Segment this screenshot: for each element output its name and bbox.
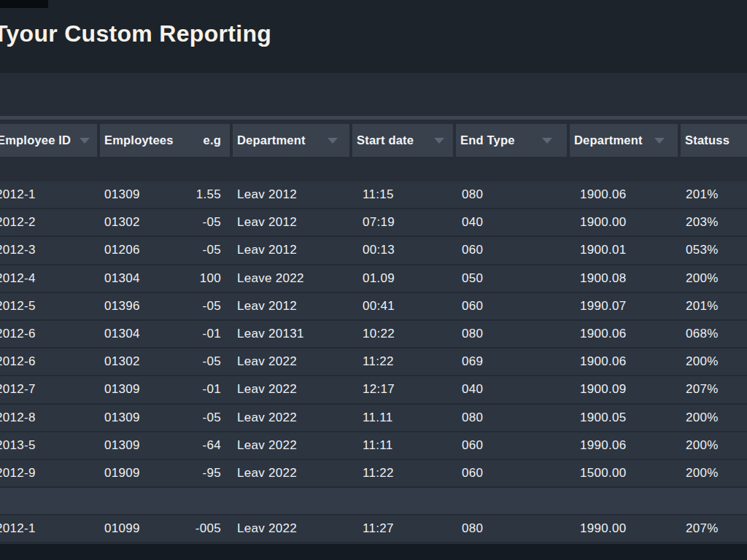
cell-eg: -05 <box>203 349 221 375</box>
cell-eg: -95 <box>203 460 221 486</box>
cell-end-type: 060 <box>462 237 483 263</box>
table-row[interactable]: 2013-501309-64Leav 202211:110601990.0620… <box>0 432 747 460</box>
column-header-employee-id[interactable]: Employee ID <box>0 124 97 157</box>
cell-start-date: 00:41 <box>363 293 395 319</box>
cell-start-date: 11:11 <box>363 432 393 459</box>
cell-start-date: 01.09 <box>363 265 395 292</box>
column-label: End Type <box>456 133 515 147</box>
cell-department: Leav 2022 <box>237 516 297 542</box>
cell-start-date: 11:27 <box>363 516 394 542</box>
table-header: Employee ID Employtees e.g Department St… <box>0 124 747 157</box>
column-header-start-date[interactable]: Start date <box>352 124 453 157</box>
cell-employees: 01909 <box>104 460 140 486</box>
cell-eg: -05 <box>203 405 221 431</box>
cell-employee-id: 2012-4 <box>0 265 36 292</box>
cell-status: 068% <box>686 321 719 347</box>
table-row[interactable]: 2012-201302-05Leav 201207:190401900.0020… <box>0 209 747 237</box>
cell-department-2: 1900.05 <box>580 405 627 431</box>
cell-end-type: 080 <box>462 516 483 542</box>
page-title: Tyour Custom Reporting <box>0 20 271 47</box>
column-header-department[interactable]: Department <box>233 124 349 157</box>
column-header-end-type[interactable]: End Type <box>456 124 567 157</box>
report-table: Employee ID Employtees e.g Department St… <box>0 120 747 560</box>
cell-end-type: 040 <box>462 209 483 236</box>
cell-end-type: 069 <box>462 349 483 375</box>
cell-department-2: 1990.00 <box>580 516 627 542</box>
cell-end-type: 080 <box>462 182 483 208</box>
cell-status: 053% <box>686 237 719 263</box>
table-row-empty[interactable] <box>0 488 747 516</box>
cell-department: Leav 2022 <box>237 349 297 375</box>
column-header-department-2[interactable]: Department <box>570 124 678 157</box>
table-row[interactable]: 2012-401304100Leave 202201.090501900.082… <box>0 265 747 293</box>
table-row[interactable]: 2012-101099-005Leav 202211:270801990.002… <box>0 516 747 543</box>
cell-status: 207% <box>686 516 719 542</box>
cell-start-date: 07:19 <box>363 209 395 236</box>
cell-department-2: 1900.06 <box>580 182 627 208</box>
bottom-band <box>0 544 747 560</box>
sort-chevron-icon <box>80 138 90 144</box>
table-row[interactable]: 2012-501396-05Leav 201200:410601990.0720… <box>0 293 747 321</box>
table-row[interactable]: 2012-1013091.55Leav 201211:150801900.062… <box>0 182 747 209</box>
cell-employee-id: 2012-5 <box>0 293 36 319</box>
cell-department: Leav 2012 <box>237 209 297 236</box>
cell-department: Leav 2022 <box>237 376 297 402</box>
cell-employees: 01309 <box>104 432 140 459</box>
cell-department: Leave 2022 <box>237 265 304 292</box>
cell-department-2: 1900.01 <box>580 237 627 263</box>
cell-department: Leav 20131 <box>237 321 304 347</box>
cell-employee-id: 2012-6 <box>0 321 36 347</box>
table-row[interactable]: 2012-601304-01Leav 2013110:220801900.060… <box>0 321 747 349</box>
cell-employees: 01304 <box>104 321 140 347</box>
cell-end-type: 060 <box>462 432 483 459</box>
cell-status: 200% <box>686 265 719 292</box>
cell-end-type: 040 <box>462 376 483 402</box>
column-label: Statuss <box>681 133 729 147</box>
cell-employee-id: 2013-5 <box>0 432 36 459</box>
app: Tyour Custom Reporting Date Range Table … <box>0 0 747 560</box>
column-label: Start date <box>352 133 414 147</box>
column-header-employees[interactable]: Employtees e.g <box>100 124 230 157</box>
column-sublabel: e.g <box>204 133 230 147</box>
table-row[interactable]: 2012-901909-95Leav 202211:220601500.0020… <box>0 460 747 488</box>
table-row[interactable]: 2012-301206-05Leav 201200:130601900.0105… <box>0 237 747 265</box>
table-row[interactable]: 2012-801309-05Leav 202211.110801900.0520… <box>0 405 747 432</box>
cell-department-2: 1900.06 <box>580 321 627 347</box>
cell-end-type: 060 <box>462 293 483 319</box>
cell-department: Leav 2022 <box>237 460 297 486</box>
column-header-status[interactable]: Statuss <box>681 124 747 157</box>
cell-status: 200% <box>686 349 719 375</box>
cell-eg: -05 <box>203 237 221 263</box>
cell-department: Leav 2022 <box>237 432 297 459</box>
cell-employee-id: 2012-1 <box>0 182 36 208</box>
cell-eg: -05 <box>203 209 221 236</box>
cell-employee-id: 2012-6 <box>0 349 36 375</box>
cell-status: 200% <box>686 405 719 431</box>
cell-eg: 100 <box>200 265 221 292</box>
cell-department-2: 1900.06 <box>580 349 627 375</box>
column-label: Employtees <box>100 133 174 147</box>
cell-department: Leav 2022 <box>237 405 297 431</box>
cell-start-date: 11:22 <box>363 349 394 375</box>
cell-status: 201% <box>686 182 719 208</box>
cell-status: 200% <box>686 460 719 486</box>
cell-end-type: 080 <box>462 321 483 347</box>
sort-chevron-icon <box>542 138 552 144</box>
cell-department: Leav 2012 <box>237 293 297 319</box>
cell-employee-id: 2012-1 <box>0 516 36 542</box>
cell-employee-id: 2012-9 <box>0 460 36 486</box>
column-label: Employee ID <box>0 133 71 147</box>
cell-end-type: 050 <box>462 265 483 292</box>
column-label: Department <box>570 133 643 147</box>
cell-eg: -05 <box>203 293 221 319</box>
cell-employees: 01302 <box>104 349 140 375</box>
cell-status: 201% <box>686 293 719 319</box>
table-row[interactable]: 2012-601302-05Leav 202211:220691900.0620… <box>0 349 747 376</box>
cell-eg: -64 <box>203 432 221 459</box>
cell-eg: 1.55 <box>196 182 221 208</box>
table-row[interactable]: 2012-701309-01Leav 202212:170401900.0920… <box>0 376 747 404</box>
cell-start-date: 11.11 <box>363 405 393 431</box>
cell-employee-id: 2012-8 <box>0 405 36 431</box>
cell-status: 207% <box>686 376 719 402</box>
cell-eg: -01 <box>203 321 221 347</box>
